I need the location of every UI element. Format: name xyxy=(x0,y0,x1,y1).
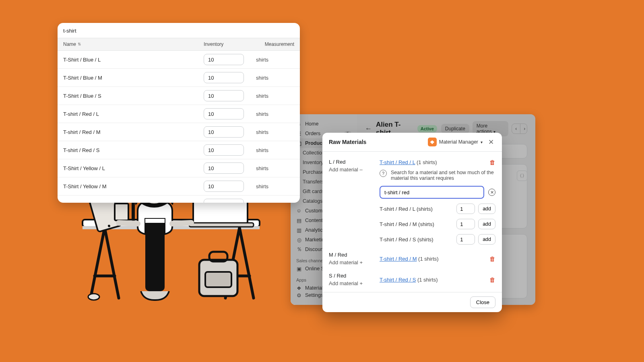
app-logo-icon: ❖ xyxy=(428,138,437,146)
material-qty: (1 shirts) xyxy=(418,256,439,262)
inventory-qty-input[interactable] xyxy=(204,54,244,65)
col-measurement-label: Measurement xyxy=(256,41,294,47)
code-toggle-button[interactable]: 〈〉 xyxy=(517,171,527,181)
material-option-label: T-shirt / Red / S (shirts) xyxy=(380,237,456,243)
add-material-button[interactable]: add xyxy=(478,219,495,229)
app-icon: ❖ xyxy=(296,285,302,291)
material-option-label: T-shirt / Red / L (shirts) xyxy=(380,206,456,212)
inventory-unit: shirts xyxy=(256,75,294,81)
material-link[interactable]: T-shirt / Red / M xyxy=(380,256,417,262)
material-qty: (1 shirts) xyxy=(417,159,437,165)
inventory-unit: shirts xyxy=(256,147,294,153)
chevron-down-icon: ▾ xyxy=(481,140,483,144)
svg-rect-11 xyxy=(199,260,237,296)
raw-materials-modal: Raw Materials ❖ Material Manager ▾ ✕ L /… xyxy=(322,133,502,312)
inventory-qty-input[interactable] xyxy=(204,90,244,101)
marketing-icon: ◎ xyxy=(296,237,302,243)
close-button[interactable]: Close xyxy=(470,296,495,308)
inventory-row-name[interactable]: T-Shirt / Blue / S xyxy=(63,93,204,99)
sort-icon[interactable]: ⇅ xyxy=(78,43,81,46)
pager[interactable]: ‹› xyxy=(512,123,527,134)
svg-point-5 xyxy=(107,224,110,227)
col-inventory-label: Inventory xyxy=(204,41,256,47)
inventory-row-name[interactable]: T-shirt / Red / S xyxy=(63,147,204,153)
add-material-toggle[interactable]: Add material + xyxy=(329,259,373,265)
inventory-row-name[interactable]: T-shirt / Red / L xyxy=(63,111,204,117)
trash-icon[interactable]: 🗑 xyxy=(489,276,495,283)
discounts-icon: ％ xyxy=(296,247,302,252)
help-icon: ? xyxy=(380,170,387,177)
inventory-search-value[interactable]: t-shirt xyxy=(58,23,300,38)
svg-point-14 xyxy=(88,294,99,300)
app-chip[interactable]: ❖ Material Manager ▾ xyxy=(428,138,483,146)
inventory-row: T-Shirt / Blue / Mshirts xyxy=(58,69,300,87)
trash-icon[interactable]: 🗑 xyxy=(489,255,495,262)
svg-rect-6 xyxy=(115,204,128,220)
inventory-qty-input[interactable] xyxy=(204,108,244,119)
inventory-unit: shirts xyxy=(256,111,294,117)
inventory-qty-input[interactable] xyxy=(204,72,244,83)
inventory-qty-input[interactable] xyxy=(204,144,244,156)
material-link[interactable]: T-shirt / Red / S xyxy=(380,277,416,283)
material-qty-input[interactable] xyxy=(456,219,475,229)
material-qty-input[interactable] xyxy=(456,204,475,214)
material-option-row: T-shirt / Red / L (shirts)add xyxy=(380,204,495,214)
inventory-row-name[interactable]: T-Shirt / Yellow / M xyxy=(63,183,204,189)
store-icon: ▣ xyxy=(296,266,302,272)
svg-rect-1 xyxy=(83,226,260,229)
inventory-qty-input[interactable] xyxy=(204,162,244,174)
svg-rect-15 xyxy=(145,219,165,291)
col-name-label[interactable]: Name xyxy=(63,41,76,47)
add-material-button[interactable]: add xyxy=(478,204,495,214)
svg-rect-16 xyxy=(145,219,165,223)
material-link[interactable]: T-shirt / Red / L xyxy=(380,159,415,165)
inventory-row-name[interactable]: T-Shirt / Blue / L xyxy=(63,57,204,63)
trash-icon[interactable]: 🗑 xyxy=(489,159,495,166)
variant-heading: S / Red xyxy=(329,273,373,279)
inventory-row: T-shirt / Red / Sshirts xyxy=(58,141,300,159)
pager-prev-icon: ‹ xyxy=(512,124,520,134)
material-option-row: T-shirt / Red / M (shirts)add xyxy=(380,219,495,229)
inventory-row: T-Shirt / Blue / Sshirts xyxy=(58,87,300,105)
material-qty-input[interactable] xyxy=(456,234,475,245)
variant-heading: L / Red xyxy=(329,159,373,165)
inventory-row-name[interactable]: T-Shirt / Yellow / S xyxy=(63,202,204,203)
duplicate-button[interactable]: Duplicate xyxy=(441,124,469,134)
modal-title: Raw Materials xyxy=(329,139,366,145)
inventory-qty-input[interactable] xyxy=(204,126,244,138)
inventory-row-name[interactable]: T-Shirt / Blue / M xyxy=(63,75,204,81)
svg-rect-12 xyxy=(209,252,227,261)
customers-icon: ☺ xyxy=(296,208,302,214)
pager-next-icon: › xyxy=(520,124,527,134)
inventory-row-name[interactable]: T-shirt / Red / M xyxy=(63,129,204,135)
app-name: Material Manager xyxy=(439,139,478,145)
inventory-qty-input[interactable] xyxy=(204,181,244,192)
nav-home[interactable]: ⌂Home xyxy=(291,119,357,129)
clear-icon[interactable]: ✕ xyxy=(488,189,495,196)
add-material-toggle[interactable]: Add material – xyxy=(329,167,373,173)
inventory-row: T-Shirt / Blue / Lshirts xyxy=(58,51,300,69)
inventory-table-header: Name ⇅ Inventory Measurement xyxy=(58,38,300,51)
inventory-unit: shirts xyxy=(256,165,294,171)
inventory-panel: t-shirt Name ⇅ Inventory Measurement T-S… xyxy=(58,23,300,203)
inventory-qty-input[interactable] xyxy=(204,199,244,203)
material-qty: (1 shirts) xyxy=(417,277,438,283)
help-text: Search for a material and set how much o… xyxy=(391,170,495,181)
add-material-button[interactable]: add xyxy=(478,234,495,245)
status-badge: Active xyxy=(417,125,437,132)
inventory-unit: shirts xyxy=(256,129,294,135)
back-icon[interactable]: ← xyxy=(365,125,372,133)
inventory-row-name[interactable]: T-Shirt / Yellow / L xyxy=(63,165,204,171)
svg-rect-0 xyxy=(83,220,260,227)
content-icon: ▤ xyxy=(296,218,302,223)
inventory-row: T-shirt / Red / Lshirts xyxy=(58,105,300,123)
analytics-icon: ▥ xyxy=(296,227,302,233)
svg-rect-3 xyxy=(189,223,254,227)
inventory-unit: shirts xyxy=(256,202,294,203)
material-search-input[interactable] xyxy=(380,186,484,199)
gear-icon: ⚙ xyxy=(296,292,302,298)
inventory-unit: shirts xyxy=(256,183,294,189)
add-material-toggle[interactable]: Add material + xyxy=(329,280,373,286)
svg-line-22 xyxy=(172,223,191,224)
close-icon[interactable]: ✕ xyxy=(487,138,495,146)
